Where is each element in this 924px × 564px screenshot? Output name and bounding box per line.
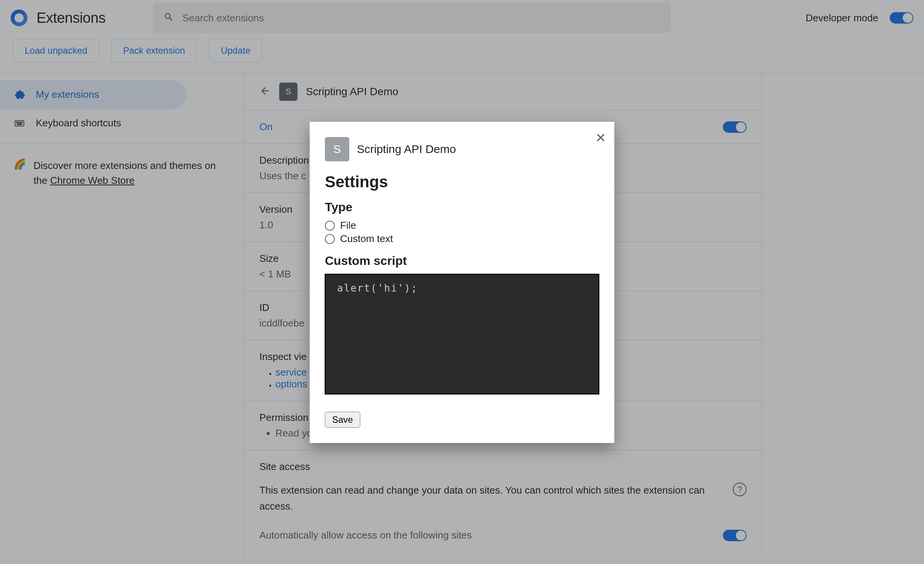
- modal-overlay[interactable]: ✕ S Scripting API Demo Settings Type Fil…: [0, 0, 924, 564]
- type-heading: Type: [325, 200, 599, 214]
- radio-icon: [325, 221, 335, 231]
- dialog-extension-badge: S: [325, 137, 349, 161]
- settings-dialog: ✕ S Scripting API Demo Settings Type Fil…: [310, 122, 614, 443]
- close-icon[interactable]: ✕: [595, 130, 606, 145]
- dialog-title: Settings: [325, 173, 599, 191]
- custom-script-textarea[interactable]: alert('hi');: [325, 274, 599, 394]
- radio-icon: [325, 234, 335, 244]
- radio-custom-text[interactable]: Custom text: [325, 233, 599, 245]
- save-button[interactable]: Save: [325, 412, 360, 428]
- dialog-extension-name: Scripting API Demo: [357, 143, 456, 156]
- custom-script-heading: Custom script: [325, 254, 599, 268]
- radio-file[interactable]: File: [325, 220, 599, 231]
